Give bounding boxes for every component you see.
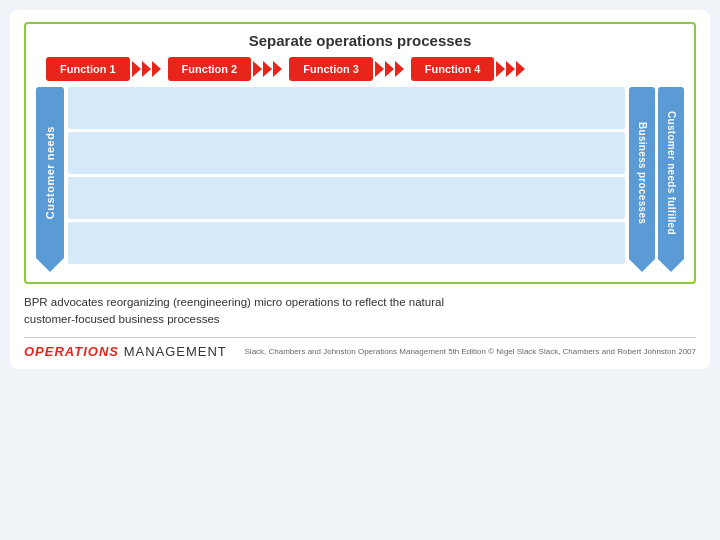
- chevron: [375, 61, 384, 77]
- left-column: Customer needs: [36, 87, 64, 272]
- function-2-arrow: Function 2: [168, 57, 286, 81]
- diagram-inner: Customer needs Business processes: [36, 87, 684, 272]
- chevrons-3: [375, 61, 405, 77]
- business-processes-arrow-tip: [629, 259, 655, 272]
- footer: OPERATIONS MANAGEMENT Slack, Chambers an…: [24, 337, 696, 359]
- main-container: Separate operations processes Function 1…: [10, 10, 710, 369]
- band-1: [68, 87, 625, 129]
- footer-credit: Slack, Chambers and Johnston Operations …: [245, 347, 696, 356]
- function-4-arrow: Function 4: [411, 57, 529, 81]
- functions-row: Function 1 Function 2: [46, 57, 684, 81]
- customer-fulfilled-box: Customer needs fulfilled: [658, 87, 684, 259]
- chevrons-2: [253, 61, 283, 77]
- chevron: [152, 61, 161, 77]
- chevron: [506, 61, 515, 77]
- business-processes-col: Business processes: [629, 87, 655, 272]
- chevron: [263, 61, 272, 77]
- band-4: [68, 222, 625, 264]
- customer-fulfilled-col: Customer needs fulfilled: [658, 87, 684, 272]
- business-processes-box: Business processes: [629, 87, 655, 259]
- function-1-arrow: Function 1: [46, 57, 164, 81]
- bands-area: [68, 87, 625, 272]
- function-2-box: Function 2: [168, 57, 252, 81]
- band-2: [68, 132, 625, 174]
- chevron: [253, 61, 262, 77]
- function-3-arrow: Function 3: [289, 57, 407, 81]
- customer-fulfilled-arrow-tip: [658, 259, 684, 272]
- diagram-title: Separate operations processes: [36, 32, 684, 49]
- customer-needs-box: Customer needs: [36, 87, 64, 258]
- chevron: [273, 61, 282, 77]
- chevron: [395, 61, 404, 77]
- customer-needs-label: Customer needs: [44, 126, 56, 219]
- business-processes-label: Business processes: [637, 122, 648, 224]
- chevrons-1: [132, 61, 162, 77]
- bottom-text: BPR advocates reorganizing (reengineerin…: [24, 294, 696, 329]
- chevron: [516, 61, 525, 77]
- function-4-box: Function 4: [411, 57, 495, 81]
- chevron: [142, 61, 151, 77]
- function-1-box: Function 1: [46, 57, 130, 81]
- footer-logo: OPERATIONS MANAGEMENT: [24, 344, 227, 359]
- chevron: [132, 61, 141, 77]
- customer-needs-arrow-tip: [36, 258, 64, 272]
- band-3: [68, 177, 625, 219]
- function-3-box: Function 3: [289, 57, 373, 81]
- diagram-box: Separate operations processes Function 1…: [24, 22, 696, 284]
- bottom-line2: customer-focused business processes: [24, 311, 696, 328]
- right-columns: Business processes Customer needs fulfil…: [629, 87, 684, 272]
- chevron: [496, 61, 505, 77]
- customer-fulfilled-label: Customer needs fulfilled: [666, 111, 677, 235]
- chevrons-4: [496, 61, 526, 77]
- bottom-line1: BPR advocates reorganizing (reengineerin…: [24, 294, 696, 311]
- chevron: [385, 61, 394, 77]
